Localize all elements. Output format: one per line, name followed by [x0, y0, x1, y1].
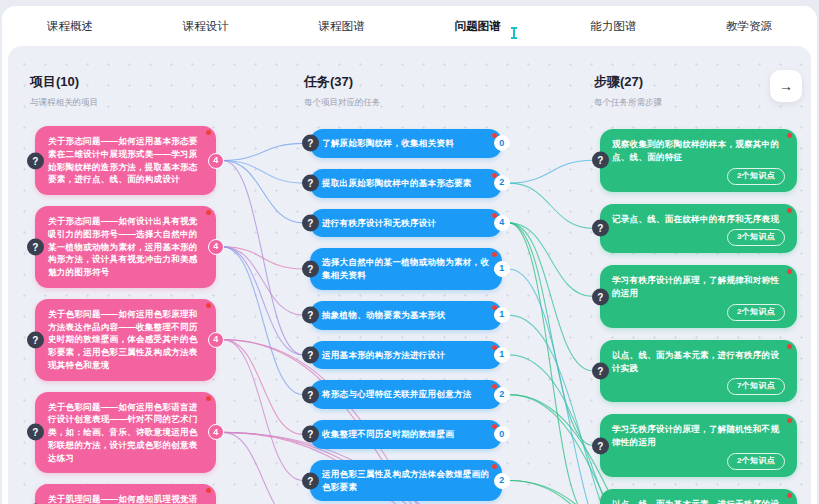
task-card[interactable]: ? 了解原始彩陶纹样，收集相关资料 0: [310, 129, 502, 158]
nav-tab-label: 课程概述: [47, 20, 93, 32]
task-card[interactable]: ? 抽象植物、动物要素为基本形状 1: [310, 301, 502, 330]
task-card[interactable]: ? 进行有秩序设计和无秩序设计 4: [310, 209, 502, 238]
count-badge: 1: [494, 307, 510, 323]
question-icon[interactable]: ?: [302, 214, 319, 231]
app-window: 课程概述 课程设计 课程图谱 问题图谱 能力图谱 教学资源: [2, 6, 817, 504]
question-icon[interactable]: ?: [27, 238, 44, 255]
task-card[interactable]: ? 将形态与心理特征关联并应用创意方法 2: [310, 380, 502, 409]
project-card[interactable]: ? 关于色彩问题——如何运用色彩原理和方法表达作品内容——收集整理不同历史时期的…: [35, 299, 216, 381]
projects-subtitle: 与课程相关的项目: [30, 97, 98, 109]
question-icon[interactable]: ?: [592, 363, 609, 380]
project-card-text: 关于色彩问题——如何运用色彩原理和方法表达作品内容——收集整理不同历史时期的敦煌…: [48, 309, 198, 370]
question-icon[interactable]: ?: [302, 135, 319, 152]
tasks-column: ? 了解原始彩陶纹样，收集相关资料 0 ? 提取出原始彩陶纹样中的基本形态要素 …: [310, 129, 502, 504]
knowledge-count-pill[interactable]: 7个知识点: [727, 378, 785, 395]
task-card-text: 选择大自然中的某一植物或动物为素材，收集相关资料: [322, 257, 489, 280]
question-icon[interactable]: ?: [592, 288, 609, 305]
nav-tab[interactable]: 问题图谱: [452, 15, 502, 38]
notification-dot-icon: [787, 269, 792, 274]
knowledge-pill-row: 7个知识点: [612, 378, 785, 395]
task-card[interactable]: ? 选择大自然中的某一植物或动物为素材，收集相关资料 1: [310, 248, 502, 290]
nav-tab[interactable]: 课程概述: [45, 15, 95, 38]
nav-tab-label: 课程图谱: [319, 20, 365, 32]
task-card[interactable]: ? 运用色彩三属性及构成方法体会敦煌壁画的色彩要素 2: [310, 460, 502, 502]
question-icon[interactable]: ?: [302, 307, 319, 324]
tasks-subtitle: 每个项目对应的任务: [304, 97, 381, 109]
question-icon[interactable]: ?: [592, 152, 609, 169]
steps-title: 步骤(27): [594, 73, 662, 91]
notification-dot-icon: [206, 396, 211, 401]
notification-dot-icon: [787, 344, 792, 349]
notification-dot-icon: [492, 252, 497, 257]
tasks-header: 任务(37) 每个项目对应的任务: [304, 73, 381, 109]
knowledge-pill-row: 2个知识点: [612, 304, 785, 321]
count-badge: 1: [494, 347, 510, 363]
question-icon[interactable]: ?: [302, 426, 319, 443]
task-card[interactable]: ? 收集整理不同历史时期的敦煌壁画 0: [310, 420, 502, 449]
question-icon[interactable]: ?: [302, 261, 319, 278]
knowledge-count-pill[interactable]: 2个知识点: [727, 168, 785, 185]
projects-title: 项目(10): [30, 73, 98, 91]
question-icon[interactable]: ?: [592, 437, 609, 454]
notification-dot-icon: [206, 488, 211, 493]
step-card[interactable]: ? 学习无秩序设计的原理，了解随机性和不规律性的运用 2个知识点: [600, 414, 797, 477]
question-icon[interactable]: ?: [302, 386, 319, 403]
notification-dot-icon: [206, 130, 211, 135]
task-card-text: 提取出原始彩陶纹样中的基本形态要素: [322, 178, 472, 188]
question-icon[interactable]: ?: [27, 331, 44, 348]
step-card[interactable]: ? 记录点、线、面在纹样中的有序和无序表现 3个知识点: [600, 204, 797, 254]
notification-dot-icon: [492, 464, 497, 469]
task-card-text: 运用色彩三属性及构成方法体会敦煌壁画的色彩要素: [322, 469, 489, 492]
projects-header: 项目(10) 与课程相关的项目: [30, 73, 98, 109]
arrow-right-icon: →: [779, 78, 793, 94]
step-card-text: 学习无秩序设计的原理，了解随机性和不规律性的运用: [612, 424, 779, 447]
expand-right-button[interactable]: →: [770, 70, 802, 102]
notification-dot-icon: [787, 208, 792, 213]
task-card-text: 将形态与心理特征关联并应用创意方法: [322, 389, 472, 399]
step-card-text: 学习有秩序设计的原理，了解规律和对称性的运用: [612, 275, 779, 298]
steps-header: 步骤(27) 每个任务所需步骤: [594, 73, 662, 109]
project-card[interactable]: ? 关于色彩问题——如何运用色彩语言进行设计创意表现——针对不同的艺术门类，如：…: [35, 392, 216, 474]
question-icon[interactable]: ?: [302, 175, 319, 192]
count-badge: 4: [208, 239, 224, 255]
nav-tab[interactable]: 教学资源: [724, 15, 774, 38]
tasks-title: 任务(37): [304, 73, 381, 91]
question-icon[interactable]: ?: [27, 424, 44, 441]
step-card[interactable]: ? 学习有秩序设计的原理，了解规律和对称性的运用 2个知识点: [600, 265, 797, 328]
question-icon[interactable]: ?: [302, 472, 319, 489]
steps-column: ? 观察收集到的彩陶纹样的样本，观察其中的点、线、面的特征 2个知识点 ? 记录…: [600, 129, 797, 504]
project-card-text: 关于色彩问题——如何运用色彩语言进行设计创意表现——针对不同的艺术门类，如：绘画…: [48, 402, 198, 463]
nav-tab[interactable]: 能力图谱: [588, 15, 638, 38]
count-badge: 0: [494, 426, 510, 442]
step-card[interactable]: ? 以点、线、面为基本元素，进行无秩序的设计实践 7个知识点: [600, 489, 797, 504]
nav-tab-label: 问题图谱: [454, 20, 500, 32]
task-card[interactable]: ? 提取出原始彩陶纹样中的基本形态要素 2: [310, 169, 502, 198]
step-card[interactable]: ? 观察收集到的彩陶纹样的样本，观察其中的点、线、面的特征 2个知识点: [600, 129, 797, 192]
project-card-text: 关于肌理问题——如何感知肌理视觉语言——尝试在生活和艺术作品中发现有意味的肌理，…: [48, 494, 198, 504]
task-card-text: 抽象植物、动物要素为基本形状: [322, 310, 445, 320]
question-icon[interactable]: ?: [27, 152, 44, 169]
nav-tab[interactable]: 课程图谱: [317, 15, 367, 38]
step-card[interactable]: ? 以点、线、面为基本元素，进行有秩序的设计实践 7个知识点: [600, 340, 797, 403]
nav-tab[interactable]: 课程设计: [181, 15, 231, 38]
project-card[interactable]: ? 关于形态问题——如何运用基本形态要素在二维设计中展现形式美——学习原始彩陶纹…: [35, 126, 216, 195]
question-icon[interactable]: ?: [592, 220, 609, 237]
knowledge-count-pill[interactable]: 2个知识点: [727, 304, 785, 321]
knowledge-pill-row: 2个知识点: [612, 453, 785, 470]
notification-dot-icon: [206, 210, 211, 215]
step-card-text: 记录点、线、面在纹样中的有序和无序表现: [612, 214, 779, 224]
project-card[interactable]: ? 关于肌理问题——如何感知肌理视觉语言——尝试在生活和艺术作品中发现有意味的肌…: [35, 484, 216, 504]
task-card-text: 收集整理不同历史时期的敦煌壁画: [322, 429, 454, 439]
notification-dot-icon: [787, 493, 792, 498]
count-badge: 4: [208, 153, 224, 169]
question-icon[interactable]: ?: [302, 346, 319, 363]
graph-panel: 项目(10) 与课程相关的项目 任务(37) 每个项目对应的任务 步骤(27) …: [8, 46, 811, 504]
project-card[interactable]: ? 关于形态问题——如何设计出具有视觉吸引力的图形符号——选择大自然中的某一植物…: [35, 206, 216, 288]
task-card[interactable]: ? 运用基本形的构形方法进行设计 1: [310, 341, 502, 370]
notification-dot-icon: [787, 133, 792, 138]
count-badge: 1: [494, 261, 510, 277]
knowledge-count-pill[interactable]: 3个知识点: [727, 229, 785, 246]
notification-dot-icon: [206, 303, 211, 308]
notification-dot-icon: [787, 418, 792, 423]
knowledge-count-pill[interactable]: 2个知识点: [727, 453, 785, 470]
